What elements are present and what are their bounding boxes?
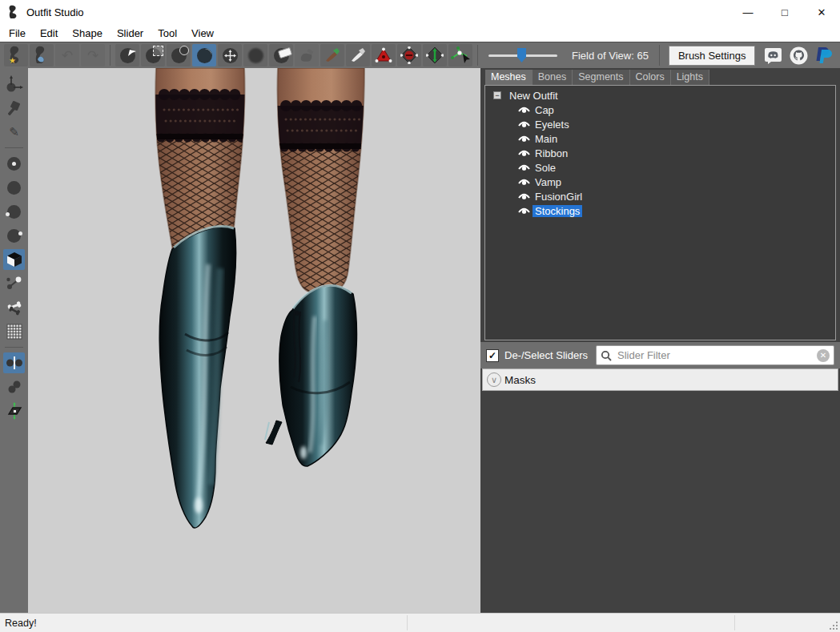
tree-item-label[interactable]: Main	[533, 133, 560, 145]
edit-pencil-button[interactable]: ✎	[3, 122, 25, 143]
split-edge-button[interactable]	[423, 44, 447, 66]
status-separator	[734, 615, 735, 630]
slider-filter-box[interactable]: ✕	[596, 345, 834, 365]
tree-item-label[interactable]: Ribbon	[533, 147, 570, 159]
paypal-button[interactable]	[814, 46, 834, 65]
brush-right-dot-button[interactable]	[3, 225, 25, 246]
bones-icon	[6, 300, 23, 316]
tab-meshes[interactable]: Meshes	[485, 70, 533, 85]
app-logo-icon	[7, 5, 20, 19]
masks-label[interactable]: Masks	[504, 374, 536, 386]
move-brush-icon	[223, 48, 238, 63]
slider-filter-input[interactable]	[616, 348, 817, 362]
tree-item-ribbon[interactable]: Ribbon	[485, 146, 835, 160]
menu-shape[interactable]: Shape	[65, 26, 110, 41]
right-panel: Meshes Bones Segments Colors Lights − Ne…	[480, 68, 840, 613]
visibility-eye-icon[interactable]	[518, 192, 530, 201]
transform-plane-button[interactable]	[3, 401, 25, 421]
viewport-3d[interactable]	[28, 68, 480, 613]
visibility-eye-icon[interactable]	[518, 178, 530, 187]
github-icon	[790, 46, 808, 65]
visibility-eye-icon[interactable]	[518, 207, 530, 215]
mesh-tree[interactable]: − New Outfit Cap Eyelets Main Ribbon Sol…	[484, 85, 836, 340]
fov-slider[interactable]	[488, 47, 557, 63]
mask-brush-button[interactable]	[141, 44, 165, 66]
visibility-eye-icon[interactable]	[518, 149, 530, 158]
tab-bones[interactable]: Bones	[533, 70, 573, 85]
brush-settings-button[interactable]: Brush Settings	[669, 46, 756, 66]
tree-root-new-outfit[interactable]: − New Outfit	[485, 88, 835, 103]
inflate-brush-button[interactable]	[167, 44, 191, 66]
status-bar: Ready!	[0, 613, 840, 632]
brush-center-button[interactable]	[3, 153, 25, 174]
fov-slider-handle[interactable]	[517, 48, 526, 62]
perspective-cube-button[interactable]	[3, 249, 25, 270]
deselect-sliders-checkbox[interactable]: ✓	[486, 349, 499, 362]
tree-item-eyelets[interactable]: Eyelets	[485, 117, 835, 131]
select-tool-button[interactable]	[115, 44, 139, 66]
menu-file[interactable]: File	[2, 26, 33, 41]
menu-slider[interactable]: Slider	[110, 26, 151, 41]
tree-item-label[interactable]: FusionGirl	[533, 191, 585, 203]
minimize-button[interactable]: —	[729, 0, 766, 24]
tab-colors[interactable]: Colors	[630, 70, 671, 85]
slider-filter-row: ✓ De-/Select Sliders ✕	[480, 342, 840, 368]
load-project-button[interactable]	[30, 44, 54, 66]
tree-item-label[interactable]: Sole	[533, 162, 558, 174]
transform-tool-button[interactable]	[3, 74, 25, 95]
window-title: Outfit Studio	[26, 6, 84, 18]
close-button[interactable]: ✕	[803, 0, 840, 24]
chevron-down-icon[interactable]: ∨	[487, 372, 501, 387]
resize-grip[interactable]	[829, 621, 838, 630]
tree-item-fusiongirl[interactable]: FusionGirl	[485, 189, 835, 203]
undiff-brush-button[interactable]	[269, 44, 293, 66]
move-brush-button[interactable]	[218, 44, 242, 66]
x-mirror-button[interactable]	[3, 352, 25, 373]
tree-item-label[interactable]: Cap	[533, 104, 557, 116]
tree-root-label[interactable]: New Outfit	[507, 90, 561, 102]
tree-item-stockings[interactable]: Stockings	[485, 203, 835, 218]
tree-item-label[interactable]: Vamp	[533, 176, 564, 188]
color-brush-button[interactable]	[320, 44, 344, 66]
undo-button[interactable]: ↶	[55, 44, 79, 66]
collapse-vertex-button[interactable]	[372, 44, 396, 66]
move-vertex-button[interactable]	[448, 44, 472, 66]
flip-edge-button[interactable]	[397, 44, 421, 66]
tree-item-main[interactable]: Main	[485, 131, 835, 146]
weight-brush-button[interactable]	[295, 44, 319, 66]
visibility-eye-icon[interactable]	[518, 163, 530, 172]
new-project-icon: ★	[7, 46, 25, 65]
github-button[interactable]	[789, 46, 808, 65]
smooth-brush-button[interactable]	[243, 44, 267, 66]
redo-button[interactable]: ↷	[81, 44, 105, 66]
tree-item-cap[interactable]: Cap	[485, 103, 835, 117]
deflate-brush-button[interactable]	[192, 44, 216, 66]
menu-view[interactable]: View	[184, 26, 221, 41]
menu-edit[interactable]: Edit	[33, 26, 65, 41]
collapse-icon[interactable]: −	[493, 91, 501, 99]
new-project-button[interactable]: ★	[4, 44, 28, 66]
tree-item-sole[interactable]: Sole	[485, 160, 835, 175]
tab-segments[interactable]: Segments	[573, 70, 629, 85]
brush-plain-button[interactable]	[3, 177, 25, 198]
tree-item-label-selected[interactable]: Stockings	[533, 205, 582, 217]
bones-mode-button[interactable]	[3, 297, 25, 318]
tab-lights[interactable]: Lights	[671, 70, 709, 85]
vertex-edge-button[interactable]	[3, 273, 25, 294]
pin-vertices-button[interactable]	[3, 98, 25, 119]
maximize-button[interactable]: □	[766, 0, 803, 24]
visibility-eye-icon[interactable]	[518, 120, 530, 129]
tree-item-vamp[interactable]: Vamp	[485, 175, 835, 189]
menu-tool[interactable]: Tool	[151, 26, 184, 41]
merge-vertices-button[interactable]	[3, 376, 25, 397]
clear-filter-icon[interactable]: ✕	[817, 349, 830, 362]
tree-item-label[interactable]: Eyelets	[533, 119, 572, 131]
deselect-sliders-label[interactable]: De-/Select Sliders	[504, 349, 588, 361]
visibility-eye-icon[interactable]	[518, 106, 530, 115]
alpha-brush-button[interactable]	[346, 44, 370, 66]
masks-section-header[interactable]: ∨ Masks	[482, 368, 838, 391]
brush-left-dot-button[interactable]	[3, 201, 25, 222]
visibility-eye-icon[interactable]	[518, 135, 530, 143]
texture-grid-button[interactable]	[3, 321, 25, 342]
discord-button[interactable]	[763, 46, 782, 65]
